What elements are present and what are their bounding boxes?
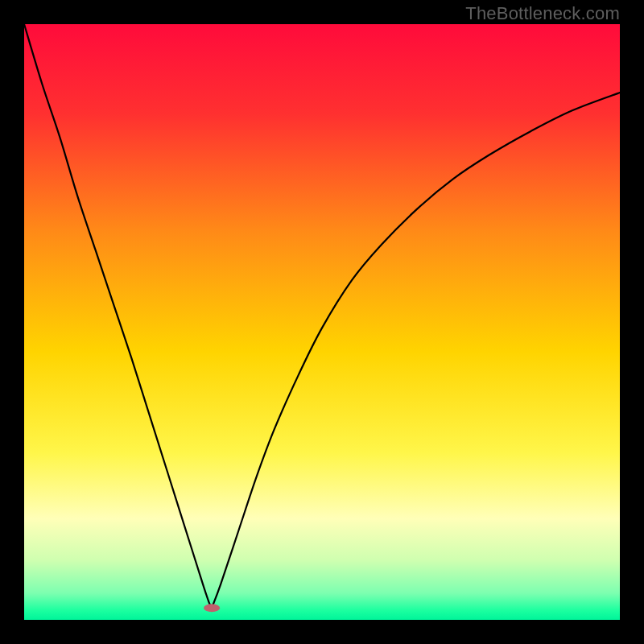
plot-frame [24,24,620,620]
watermark-text: TheBottleneck.com [465,3,620,24]
bottleneck-chart [24,24,620,620]
minimum-marker [204,604,220,612]
gradient-background [24,24,620,620]
